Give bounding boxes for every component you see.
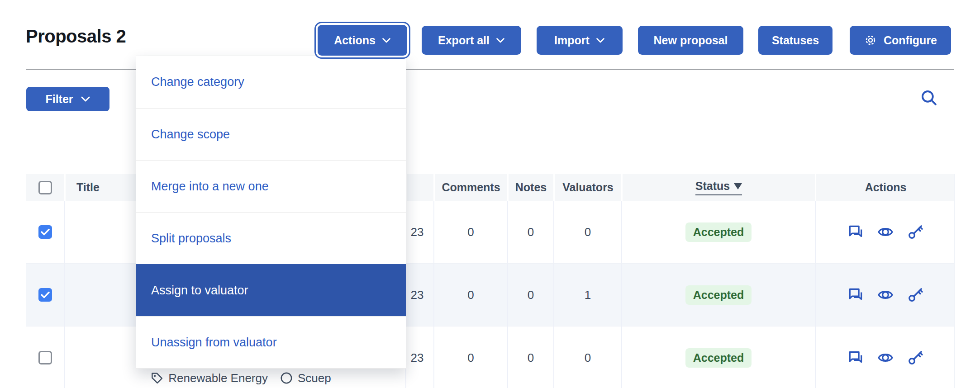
sort-desc-icon <box>734 183 742 189</box>
row-select-cell <box>26 264 64 326</box>
select-all-checkbox[interactable] <box>38 181 52 194</box>
configure-button[interactable]: Configure <box>850 26 951 55</box>
statuses-label: Statuses <box>772 34 819 47</box>
row-actions-cell <box>815 326 955 388</box>
search-button[interactable] <box>918 88 939 109</box>
notes-cell: 0 <box>507 201 553 263</box>
published-cell: 23 <box>405 326 433 388</box>
chat-icon <box>847 349 864 366</box>
chevron-down-icon <box>382 38 391 43</box>
menu-item-split-proposals[interactable]: Split proposals <box>136 212 406 264</box>
preview-button[interactable] <box>876 286 894 304</box>
eye-icon <box>877 349 894 366</box>
category-label: Renewable Energy <box>168 371 268 385</box>
chat-icon <box>847 223 864 241</box>
actions-button-label: Actions <box>334 34 376 47</box>
search-icon <box>919 88 938 107</box>
gear-icon <box>864 33 877 47</box>
actions-dropdown-menu: Change category Change scope Merge into … <box>136 56 406 369</box>
row-checkbox[interactable] <box>38 225 52 239</box>
permissions-key-button[interactable] <box>906 286 924 304</box>
notes-cell: 0 <box>507 326 553 388</box>
filter-label: Filter <box>45 93 73 106</box>
proposals-admin-page: Proposals 2 Actions Export all Import Ne… <box>0 0 980 388</box>
answer-proposal-button[interactable] <box>847 349 865 367</box>
menu-item-assign-to-valuator[interactable]: Assign to valuator <box>136 264 406 316</box>
scope-label: Scuep <box>298 371 331 385</box>
column-header-status: Status <box>621 174 815 201</box>
export-all-button[interactable]: Export all <box>422 26 521 55</box>
column-header-valuators: Valuators <box>553 174 621 201</box>
status-cell: Accepted <box>621 201 815 263</box>
column-header-published <box>405 174 433 201</box>
select-all-cell <box>26 174 64 201</box>
export-all-label: Export all <box>438 34 490 47</box>
key-icon <box>907 349 924 366</box>
row-checkbox[interactable] <box>38 288 52 302</box>
column-header-notes: Notes <box>507 174 553 201</box>
import-label: Import <box>554 34 590 47</box>
row-select-cell <box>26 326 64 388</box>
answer-proposal-button[interactable] <box>847 286 865 304</box>
row-actions-cell <box>815 201 955 263</box>
key-icon <box>907 286 924 303</box>
status-sort-label: Status <box>695 180 730 193</box>
key-icon <box>907 223 924 241</box>
notes-cell: 0 <box>507 264 553 326</box>
new-proposal-label: New proposal <box>654 34 728 47</box>
status-sort-control[interactable]: Status <box>695 180 742 195</box>
menu-item-change-category[interactable]: Change category <box>136 56 406 108</box>
column-header-comments: Comments <box>433 174 507 201</box>
statuses-button[interactable]: Statuses <box>758 26 833 55</box>
permissions-key-button[interactable] <box>906 349 924 367</box>
menu-item-unassign-from-valuator[interactable]: Unassign from valuator <box>136 316 406 368</box>
comments-cell: 0 <box>433 326 507 388</box>
published-cell: 23 <box>405 264 433 326</box>
chevron-down-icon <box>596 38 605 43</box>
row-actions-cell <box>815 264 955 326</box>
status-badge: Accepted <box>685 222 752 242</box>
menu-item-merge-into-new-one[interactable]: Merge into a new one <box>136 160 406 212</box>
comments-cell: 0 <box>433 201 507 263</box>
chevron-down-icon <box>496 38 505 43</box>
permissions-key-button[interactable] <box>906 223 924 241</box>
page-title: Proposals 2 <box>26 26 126 47</box>
actions-button[interactable]: Actions <box>318 25 407 56</box>
globe-icon <box>280 371 293 385</box>
new-proposal-button[interactable]: New proposal <box>638 26 743 55</box>
valuators-cell: 0 <box>553 326 621 388</box>
eye-icon <box>877 223 894 241</box>
row-select-cell <box>26 201 64 263</box>
status-badge: Accepted <box>685 285 752 305</box>
menu-item-change-scope[interactable]: Change scope <box>136 108 406 160</box>
chat-icon <box>847 286 864 303</box>
proposal-category: Renewable Energy Scuep <box>150 371 331 385</box>
published-cell: 23 <box>405 201 433 263</box>
comments-cell: 0 <box>433 264 507 326</box>
chevron-down-icon <box>81 96 90 102</box>
configure-label: Configure <box>884 34 937 47</box>
preview-button[interactable] <box>876 223 894 241</box>
eye-icon <box>877 286 894 303</box>
column-header-actions: Actions <box>815 174 955 201</box>
filter-button[interactable]: Filter <box>26 87 109 111</box>
valuators-cell: 0 <box>553 201 621 263</box>
answer-proposal-button[interactable] <box>847 223 865 241</box>
valuators-cell: 1 <box>553 264 621 326</box>
row-checkbox[interactable] <box>38 351 52 364</box>
import-button[interactable]: Import <box>537 26 623 55</box>
preview-button[interactable] <box>876 349 894 367</box>
status-cell: Accepted <box>621 264 815 326</box>
status-cell: Accepted <box>621 326 815 388</box>
status-badge: Accepted <box>685 348 752 368</box>
tag-icon <box>150 371 164 385</box>
